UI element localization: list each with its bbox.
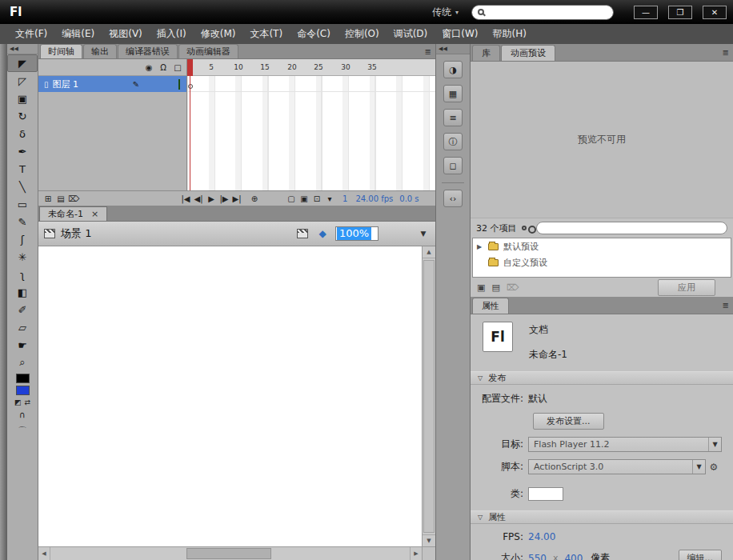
code-snippets-panel-icon[interactable]: ‹› (443, 190, 463, 207)
tab-library[interactable]: 库 (472, 45, 500, 61)
menu-insert[interactable]: 插入(I) (150, 25, 194, 43)
step-forward-button[interactable]: |▶ (218, 194, 230, 203)
layer-name[interactable]: 图层 1 (53, 78, 129, 90)
apply-button[interactable]: 应用 (658, 279, 715, 296)
menu-file[interactable]: 文件(F) (8, 25, 54, 43)
properties-section-header[interactable]: ▽ 属性 (471, 510, 733, 524)
scroll-up-arrow[interactable]: ▲ (423, 246, 435, 258)
frame-rate-value[interactable]: 24.00 fps (355, 194, 393, 203)
color-panel-icon[interactable]: ◑ (443, 61, 463, 78)
horizontal-scroll-track[interactable] (50, 547, 410, 560)
rectangle-tool[interactable]: ▭ (7, 195, 38, 213)
default-colors-button[interactable]: ◩ (14, 398, 22, 406)
publish-settings-button[interactable]: 发布设置... (533, 413, 604, 430)
info-panel-icon[interactable]: ⓘ (443, 133, 463, 150)
target-dropdown[interactable]: Flash Player 11.2 ▼ (528, 437, 722, 452)
swap-colors-button[interactable]: ⇄ (24, 398, 30, 406)
goto-last-frame-button[interactable]: ▶| (230, 194, 243, 203)
scroll-down-arrow[interactable]: ▼ (423, 534, 435, 546)
hand-tool[interactable]: ☛ (7, 336, 38, 354)
restore-button[interactable]: ❐ (668, 6, 692, 19)
tab-output[interactable]: 输出 (83, 44, 117, 58)
menu-text[interactable]: 文本(T) (242, 25, 290, 43)
stage-canvas[interactable] (38, 246, 422, 546)
list-item[interactable]: ▶ 自定义预设 (473, 254, 731, 270)
panel-menu-icon[interactable]: ≣ (723, 301, 729, 310)
document-tab[interactable]: 未命名-1 × (39, 206, 107, 221)
size-height-value[interactable]: 400 (564, 553, 583, 560)
tab-motion-editor[interactable]: 动画编辑器 (178, 44, 238, 58)
playhead[interactable] (187, 59, 193, 76)
vertical-scroll-thumb[interactable] (423, 260, 435, 533)
pen-tool[interactable]: ✒ (7, 142, 38, 160)
menu-window[interactable]: 窗口(W) (435, 25, 485, 43)
scroll-left-arrow[interactable]: ◀ (38, 547, 50, 560)
outline-icon[interactable]: □ (170, 63, 185, 72)
panel-menu-icon[interactable]: ≣ (723, 48, 729, 57)
zoom-dropdown-arrow[interactable]: ▼ (417, 230, 430, 238)
tab-compiler-errors[interactable]: 编译器错误 (118, 44, 178, 58)
tab-motion-presets[interactable]: 动画预设 (501, 45, 555, 61)
lock-icon[interactable]: Ω (156, 63, 170, 72)
expand-panels-icon[interactable]: ◀◀ (436, 44, 470, 54)
workspace-switcher[interactable]: 传统 ▾ (427, 3, 463, 22)
menu-debug[interactable]: 调试(D) (387, 25, 435, 43)
text-tool[interactable]: T (7, 160, 38, 178)
preset-folder-label[interactable]: 默认预设 (503, 241, 539, 253)
frame-ruler[interactable]: 5 10 15 20 25 30 35 (187, 59, 435, 76)
preset-search-input[interactable] (536, 222, 728, 234)
subselection-tool[interactable]: ◸ (7, 72, 38, 90)
delete-preset-button[interactable]: ⌦ (507, 282, 519, 293)
script-dropdown[interactable]: ActionScript 3.0 ▼ (528, 459, 706, 474)
publish-section-header[interactable]: ▽ 发布 (471, 371, 733, 385)
edit-document-button[interactable]: 编辑... (679, 550, 723, 560)
tab-properties[interactable]: 属性 (472, 298, 509, 314)
vertical-scrollbar[interactable]: ▲ ▼ (422, 246, 435, 546)
selection-tool[interactable]: ◤ (7, 54, 38, 72)
center-frame-button[interactable]: ⊕ (248, 194, 261, 203)
expander-icon[interactable]: ▶ (477, 243, 483, 250)
save-preset-button[interactable]: ▣ (477, 282, 485, 293)
layer-outline-color[interactable] (172, 80, 186, 89)
zoom-input[interactable]: 100% (335, 226, 379, 241)
layer-row[interactable]: ▯ 图层 1 ✎ (38, 76, 186, 92)
snap-to-objects-button[interactable]: ∩ (7, 406, 38, 422)
new-folder-button[interactable]: ▤ (54, 194, 67, 203)
class-input[interactable] (528, 487, 563, 501)
preset-folder-label[interactable]: 自定义预设 (503, 257, 547, 269)
panel-menu-icon[interactable]: ≣ (425, 47, 431, 56)
tab-timeline[interactable]: 时间轴 (40, 44, 82, 58)
empty-keyframe-icon[interactable] (188, 84, 193, 89)
scroll-right-arrow[interactable]: ▶ (410, 547, 422, 560)
frames-grid[interactable]: 5 10 15 20 25 30 35 (187, 59, 435, 190)
align-panel-icon[interactable]: ≡ (443, 109, 463, 126)
document-name[interactable]: 未命名-1 (529, 348, 567, 362)
minimize-button[interactable]: — (634, 6, 658, 19)
paint-bucket-tool[interactable]: ◧ (7, 283, 38, 301)
eye-icon[interactable]: ◉ (142, 63, 156, 72)
eyedropper-tool[interactable]: ✐ (7, 301, 38, 318)
step-back-button[interactable]: ◀| (192, 194, 205, 203)
modify-markers-button[interactable]: ▾ (323, 194, 336, 203)
close-icon[interactable]: × (91, 209, 98, 219)
new-layer-button[interactable]: ⊞ (42, 194, 54, 203)
menu-modify[interactable]: 修改(M) (194, 25, 243, 43)
goto-first-frame-button[interactable]: |◀ (179, 194, 192, 203)
delete-layer-button[interactable]: ⌦ (67, 194, 80, 203)
edit-multiple-frames-button[interactable]: ⊡ (310, 194, 323, 203)
search-input[interactable] (488, 7, 607, 17)
lasso-tool[interactable]: δ (7, 125, 38, 142)
menu-view[interactable]: 视图(V) (102, 25, 150, 43)
stroke-color-chip[interactable] (16, 374, 30, 383)
line-tool[interactable]: ╲ (7, 178, 38, 195)
close-button[interactable]: ✕ (703, 6, 727, 19)
new-preset-folder-button[interactable]: ▤ (491, 282, 499, 293)
edit-symbols-button[interactable]: ◆ (315, 227, 330, 240)
menu-edit[interactable]: 编辑(E) (54, 25, 102, 43)
menu-help[interactable]: 帮助(H) (486, 25, 534, 43)
onion-skin-button[interactable]: ▢ (285, 194, 298, 203)
bone-tool[interactable]: ʅ (7, 266, 38, 283)
fps-value[interactable]: 24.00 (528, 531, 555, 542)
onion-skin-outlines-button[interactable]: ▣ (298, 194, 310, 203)
play-button[interactable]: ▶ (205, 194, 218, 203)
